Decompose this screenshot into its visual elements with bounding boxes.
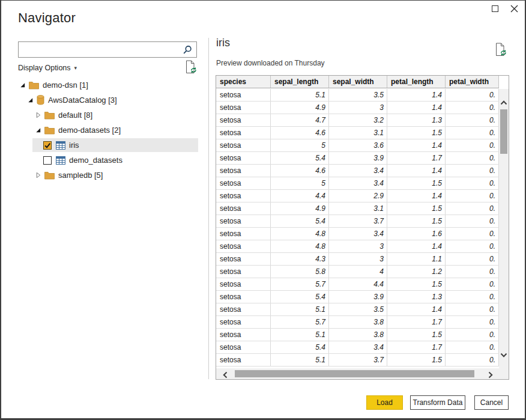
close-icon [510, 5, 518, 13]
table-cell: 1.7 [387, 316, 446, 328]
table-cell: setosa [216, 152, 271, 164]
table-cell: 1.4 [387, 240, 446, 252]
table-cell: 0. [446, 177, 499, 189]
checkbox-unchecked[interactable] [43, 156, 52, 165]
maximize-button[interactable] [488, 2, 501, 14]
table-cell: 3.4 [329, 177, 387, 189]
table-icon [56, 141, 65, 150]
database-icon [37, 95, 44, 105]
search-input[interactable] [19, 42, 180, 57]
table-cell: 1.7 [387, 341, 446, 353]
checkbox-checked[interactable] [43, 141, 52, 150]
table-cell: 0. [446, 253, 499, 265]
table-row: setosa5.13.71.50. [216, 354, 499, 367]
display-options-dropdown[interactable]: Display Options ▾ [18, 64, 77, 72]
table-cell: 5.4 [271, 341, 329, 353]
table-cell: 0. [446, 228, 499, 240]
tree-item-label: sampledb [5] [58, 171, 103, 180]
table-row: setosa4.93.11.50. [216, 202, 499, 215]
table-cell: 3.9 [329, 152, 387, 164]
scroll-left-icon[interactable] [223, 370, 228, 381]
table-cell: 3.1 [329, 202, 387, 215]
transform-data-button[interactable]: Transform Data [410, 395, 465, 410]
tree-item-iris[interactable]: iris [18, 138, 198, 153]
table-cell: 4.7 [271, 114, 329, 126]
navigator-dialog: Navigator Display Options ▾ demo-ds [0, 0, 526, 420]
column-header-species: species [216, 76, 271, 88]
tree-item-label: demo-dsn [1] [43, 81, 88, 90]
table-cell: 3.9 [329, 291, 387, 303]
close-button[interactable] [507, 2, 521, 14]
folder-icon [29, 81, 39, 90]
table-cell: 0. [446, 329, 499, 341]
table-cell: setosa [216, 202, 271, 215]
table-cell: 0. [446, 278, 499, 290]
table-cell: 5.7 [271, 278, 329, 290]
tree-item-default[interactable]: default [8] [18, 108, 198, 123]
table-cell: 1.4 [387, 89, 446, 101]
scroll-right-icon[interactable] [488, 370, 493, 381]
expander-expanded-icon[interactable] [19, 82, 29, 88]
table-cell: 3.4 [329, 228, 387, 240]
tree-item-label: demo-datasets [2] [58, 126, 121, 135]
table-cell: 5 [271, 139, 329, 151]
column-header-sepal_width: sepal_width [329, 76, 387, 88]
tree-item-demo-dsn[interactable]: demo-dsn [1] [18, 78, 198, 93]
horizontal-scroll-thumb[interactable] [235, 370, 474, 377]
tree-item-sampledb[interactable]: sampledb [5] [18, 168, 198, 183]
table-cell: 0. [446, 152, 499, 164]
preview-table: speciessepal_lengthsepal_widthpetal_leng… [216, 75, 509, 380]
table-cell: setosa [216, 127, 271, 139]
table-cell: 5.4 [271, 291, 329, 303]
tree-indent [18, 130, 34, 130]
expander-expanded-icon[interactable] [35, 127, 44, 133]
column-header-sepal_length: sepal_length [271, 76, 329, 88]
vertical-scrollbar[interactable] [499, 89, 509, 368]
scroll-down-icon[interactable] [500, 349, 507, 360]
table-cell: 1.4 [387, 190, 446, 202]
scroll-up-icon[interactable] [500, 97, 507, 108]
refresh-preview-icon[interactable] [495, 43, 507, 59]
table-cell: 3.6 [329, 139, 387, 151]
table-cell: 0. [446, 114, 499, 126]
cancel-button[interactable]: Cancel [474, 395, 509, 410]
table-cell: 3.5 [329, 303, 387, 315]
tree-indent [18, 145, 32, 145]
tree-item-demo-datasets[interactable]: demo-datasets [2] [18, 123, 198, 138]
scrollbar-corner [499, 368, 509, 379]
display-options-label: Display Options [18, 64, 71, 72]
table-cell: 0. [446, 316, 499, 328]
tree-item-awsdatacatalog[interactable]: AwsDataCatalog [3] [18, 93, 198, 108]
table-row: setosa53.61.40. [216, 139, 499, 152]
table-cell: 5.1 [271, 303, 329, 315]
table-cell: 4.6 [271, 165, 329, 177]
expander-expanded-icon[interactable] [27, 97, 37, 103]
table-cell: 1.5 [387, 177, 446, 189]
expander-collapsed-icon[interactable] [35, 172, 44, 178]
table-cell: setosa [216, 341, 271, 353]
table-cell: 1.7 [387, 152, 446, 164]
folder-icon [44, 171, 55, 180]
table-cell: 1.5 [387, 278, 446, 290]
table-cell: 4.4 [329, 278, 387, 290]
horizontal-scrollbar[interactable] [216, 368, 499, 379]
load-button[interactable]: Load [366, 395, 403, 410]
table-cell: 4 [329, 266, 387, 278]
table-icon [56, 156, 65, 165]
table-cell: 4.3 [271, 253, 329, 265]
expander-collapsed-icon[interactable] [35, 112, 44, 118]
search-icon[interactable] [180, 45, 196, 55]
tree-item-demo_datasets[interactable]: demo_datasets [18, 153, 198, 168]
table-cell: 0. [446, 303, 499, 315]
folder-icon [44, 111, 55, 120]
table-cell: setosa [216, 316, 271, 328]
table-cell: setosa [216, 177, 271, 189]
table-cell: 5.1 [271, 329, 329, 341]
table-cell: setosa [216, 139, 271, 151]
table-cell: setosa [216, 228, 271, 240]
table-cell: 0. [446, 202, 499, 215]
table-cell: setosa [216, 102, 271, 114]
vertical-scroll-thumb[interactable] [500, 109, 507, 154]
table-cell: setosa [216, 253, 271, 265]
refresh-tree-icon[interactable] [186, 60, 197, 76]
